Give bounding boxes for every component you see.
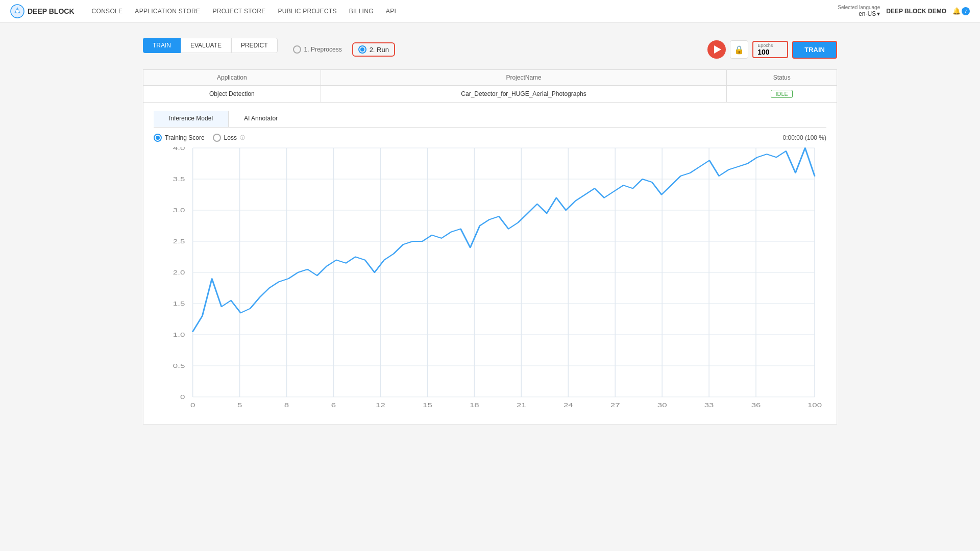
svg-text:3.5: 3.5: [173, 176, 185, 182]
nav-console[interactable]: CONSOLE: [92, 8, 123, 15]
brand-name: DEEP BLOCK: [28, 7, 75, 15]
svg-text:6: 6: [331, 402, 336, 408]
step-2-container: 2. Run: [352, 42, 395, 57]
epochs-label: Epochs: [757, 43, 783, 48]
tab-predict[interactable]: PREDICT: [231, 38, 278, 53]
model-tabs: Inference Model AI Annotator: [154, 111, 826, 128]
step-1: 1. Preprocess: [293, 45, 342, 54]
col-application: Application: [143, 70, 321, 86]
language-selector[interactable]: Selected language en-US ▾: [838, 5, 880, 17]
nav-right: Selected language en-US ▾ DEEP BLOCK DEM…: [838, 5, 970, 17]
toolbar-row: TRAIN EVALUATE PREDICT 1. Preprocess 2. …: [143, 38, 837, 61]
tab-inference-model[interactable]: Inference Model: [154, 111, 228, 127]
svg-text:2.5: 2.5: [173, 238, 185, 244]
svg-text:24: 24: [564, 402, 573, 408]
train-button[interactable]: TRAIN: [792, 41, 837, 59]
training-chart: .grid-line { stroke: #e0e8f0; stroke-wid…: [154, 147, 826, 412]
radio-loss-label: Loss: [224, 134, 237, 141]
tab-bar: TRAIN EVALUATE PREDICT: [143, 38, 278, 53]
info-icon: ⓘ: [240, 134, 245, 141]
svg-text:0: 0: [190, 402, 195, 408]
nav-publicprojects[interactable]: PUBLIC PROJECTS: [278, 8, 337, 15]
svg-text:2.0: 2.0: [173, 269, 185, 276]
svg-text:36: 36: [751, 402, 761, 408]
tab-ai-annotator[interactable]: AI Annotator: [229, 111, 293, 127]
svg-text:5: 5: [237, 402, 242, 408]
svg-text:21: 21: [517, 402, 526, 408]
notification-bell[interactable]: 🔔 7: [952, 7, 970, 15]
chevron-down-icon: ▾: [877, 10, 880, 17]
bell-icon: 🔔: [952, 7, 961, 15]
chart-container: Inference Model AI Annotator Training Sc…: [143, 103, 837, 424]
radio-training-score[interactable]: Training Score: [154, 134, 205, 142]
lock-button[interactable]: 🔒: [730, 40, 748, 59]
brand-icon: [10, 4, 24, 18]
notification-badge: 7: [962, 7, 970, 15]
nav-api[interactable]: API: [386, 8, 396, 15]
nav-links: CONSOLE APPLICATION STORE PROJECT STORE …: [92, 8, 826, 15]
tab-train[interactable]: TRAIN: [143, 38, 181, 53]
col-projectname: ProjectName: [321, 70, 727, 86]
nav-billing[interactable]: BILLING: [349, 8, 374, 15]
play-button[interactable]: [707, 40, 726, 59]
step-indicators: 1. Preprocess 2. Run: [293, 42, 708, 57]
svg-text:3.0: 3.0: [173, 207, 185, 213]
info-table: Application ProjectName Status Object De…: [143, 69, 837, 103]
tab-evaluate[interactable]: EVALUATE: [181, 38, 231, 53]
user-name: DEEP BLOCK DEMO: [886, 8, 946, 15]
radio-loss-circle: [213, 134, 221, 142]
svg-text:100: 100: [807, 402, 822, 408]
right-controls: 🔒 Epochs TRAIN: [707, 40, 837, 59]
step-1-label: 1. Preprocess: [304, 46, 342, 53]
epochs-input[interactable]: [757, 48, 783, 56]
step-2-radio: [358, 45, 366, 54]
svg-text:12: 12: [376, 402, 385, 408]
svg-text:18: 18: [470, 402, 479, 408]
chart-area: .grid-line { stroke: #e0e8f0; stroke-wid…: [154, 147, 826, 414]
radio-loss[interactable]: Loss ⓘ: [213, 134, 245, 142]
play-icon: [714, 45, 721, 54]
svg-text:27: 27: [610, 402, 620, 408]
radio-training-score-circle: [154, 134, 162, 142]
step-2-label: 2. Run: [370, 46, 389, 54]
cell-status: IDLE: [727, 86, 837, 103]
chart-controls: Training Score Loss ⓘ 0:00:00 (100 %): [154, 134, 826, 142]
svg-text:4.0: 4.0: [173, 147, 185, 151]
svg-text:0.5: 0.5: [173, 363, 185, 369]
main-content: TRAIN EVALUATE PREDICT 1. Preprocess 2. …: [0, 22, 980, 551]
status-badge: IDLE: [771, 90, 792, 98]
lock-icon: 🔒: [734, 45, 744, 55]
svg-text:8: 8: [284, 402, 289, 408]
svg-text:1.0: 1.0: [173, 332, 185, 338]
col-status: Status: [727, 70, 837, 86]
cell-application: Object Detection: [143, 86, 321, 103]
radio-training-score-label: Training Score: [165, 134, 205, 141]
cell-projectname: Car_Detector_for_HUGE_Aerial_Photographs: [321, 86, 727, 103]
brand-logo: DEEP BLOCK: [10, 4, 75, 18]
table-row: Object Detection Car_Detector_for_HUGE_A…: [143, 86, 837, 103]
nav-appstore[interactable]: APPLICATION STORE: [135, 8, 200, 15]
nav-projectstore[interactable]: PROJECT STORE: [212, 8, 265, 15]
svg-text:1.5: 1.5: [173, 300, 185, 307]
svg-text:15: 15: [423, 402, 432, 408]
radio-group: Training Score Loss ⓘ: [154, 134, 245, 142]
svg-text:30: 30: [657, 402, 667, 408]
lang-label: Selected language: [838, 5, 880, 10]
svg-point-2: [16, 10, 19, 13]
navbar: DEEP BLOCK CONSOLE APPLICATION STORE PRO…: [0, 0, 980, 22]
step-1-radio: [293, 45, 301, 54]
lang-value: en-US ▾: [859, 10, 880, 17]
svg-text:33: 33: [704, 402, 714, 408]
epochs-box: Epochs: [752, 41, 788, 58]
timer-display: 0:00:00 (100 %): [783, 134, 826, 141]
svg-text:0: 0: [180, 394, 185, 400]
